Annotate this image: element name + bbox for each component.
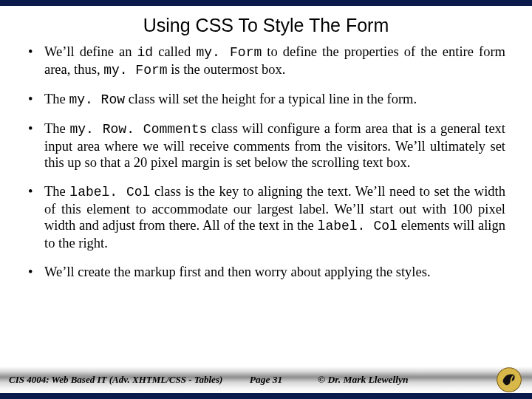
bullet-text: We’ll create the markup first and then w… xyxy=(44,265,431,279)
slide: Using CSS To Style The Form We’ll define… xyxy=(0,0,532,399)
footer-course: CIS 4004: Web Based IT (Adv. XHTML/CSS -… xyxy=(9,374,222,386)
slide-body: We’ll define an id called my. Form to de… xyxy=(0,44,532,366)
bullet-text: The xyxy=(44,184,69,199)
code-myrow: my. Row xyxy=(69,92,125,107)
footer-bar: CIS 4004: Web Based IT (Adv. XHTML/CSS -… xyxy=(0,366,532,393)
code-myform: my. Form xyxy=(196,45,262,60)
bullet-text: The xyxy=(44,121,69,136)
bullet-list: We’ll define an id called my. Form to de… xyxy=(27,44,505,281)
footer-author: © Dr. Mark Llewellyn xyxy=(318,374,409,386)
bullet-text: class will set the height for a typical … xyxy=(125,92,417,106)
code-labelcol: label. Col xyxy=(69,185,150,200)
bullet-item: The label. Col class is the key to align… xyxy=(27,183,505,252)
code-myform: my. Form xyxy=(103,63,167,78)
code-labelcol: label. Col xyxy=(318,219,398,233)
bullet-text: is the outermost box. xyxy=(168,62,286,77)
bullet-item: We’ll create the markup first and then w… xyxy=(27,264,505,281)
bullet-item: We’ll define an id called my. Form to de… xyxy=(27,44,505,79)
ucf-pegasus-logo-icon xyxy=(497,367,522,392)
bullet-item: The my. Row. Comments class will configu… xyxy=(27,120,505,171)
slide-title: Using CSS To Style The Form xyxy=(0,15,532,36)
footer-page-number: Page 31 xyxy=(250,374,283,386)
bullet-text: The xyxy=(44,92,69,106)
bullet-text: We’ll define an xyxy=(44,44,137,59)
code-myrowcomments: my. Row. Comments xyxy=(69,122,207,137)
code-id: id xyxy=(137,45,154,60)
bullet-item: The my. Row class will set the height fo… xyxy=(27,91,505,109)
bullet-text: called xyxy=(153,44,196,59)
